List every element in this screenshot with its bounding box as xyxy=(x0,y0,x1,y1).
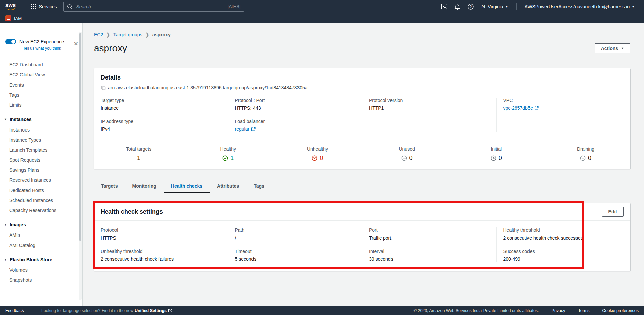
cloudshell-icon[interactable] xyxy=(437,3,451,10)
global-search[interactable]: [Alt+S] xyxy=(63,2,244,12)
sidebar-item-dedicated-hosts[interactable]: Dedicated Hosts xyxy=(0,185,82,195)
top-navigation-bar: aws Services [Alt+S] ? N. Virginia ▼ AWS… xyxy=(0,0,644,13)
notifications-bell-icon[interactable] xyxy=(451,3,464,10)
copy-icon[interactable] xyxy=(101,85,106,90)
health-check-settings-card: Health check settings Edit Protocol HTTP… xyxy=(94,203,630,271)
unhealthy-x-icon xyxy=(312,155,317,161)
target-group-tabs: Targets Monitoring Health checks Attribu… xyxy=(94,180,630,193)
external-link-icon xyxy=(534,106,539,110)
iam-service-icon[interactable] xyxy=(5,15,11,21)
health-check-settings-heading: Health check settings xyxy=(101,208,163,215)
draining-minus-icon xyxy=(580,155,586,161)
summary-unused: Unused 0 xyxy=(362,146,452,162)
sidebar-item-ami-catalog[interactable]: AMI Catalog xyxy=(0,240,82,250)
sidebar-item-instance-types[interactable]: Instance Types xyxy=(0,135,82,145)
external-link-icon xyxy=(251,127,256,132)
actions-button[interactable]: Actions ▼ xyxy=(595,43,630,53)
unified-settings-link[interactable]: Unified Settings xyxy=(135,308,172,313)
divider xyxy=(25,3,25,10)
terms-link[interactable]: Terms xyxy=(578,308,590,313)
chevron-right-icon: ❯ xyxy=(145,32,149,38)
aws-logo[interactable]: aws xyxy=(5,3,16,10)
field-unhealthy-threshold: Unhealthy threshold 2 consecutive health… xyxy=(101,249,221,262)
language-selection-text: Looking for language selection? Find it … xyxy=(41,308,172,313)
field-interval: Interval 30 seconds xyxy=(369,249,490,262)
chevron-down-icon: ▼ xyxy=(4,115,7,124)
tab-targets[interactable]: Targets xyxy=(94,180,125,193)
sidebar-item-snapshots[interactable]: Snapshots xyxy=(0,275,82,285)
initial-clock-icon xyxy=(491,155,496,161)
privacy-link[interactable]: Privacy xyxy=(552,308,565,313)
sidebar-item-launch-templates[interactable]: Launch Templates xyxy=(0,145,82,155)
sidebar-item-scheduled-instances[interactable]: Scheduled Instances xyxy=(0,195,82,205)
sidebar-item-spot-requests[interactable]: Spot Requests xyxy=(0,155,82,165)
sidebar-item-ec2-global-view[interactable]: EC2 Global View xyxy=(0,70,82,80)
ec2-sidebar: New EC2 Experience Tell us what you thin… xyxy=(0,23,83,306)
edit-button[interactable]: Edit xyxy=(602,207,624,217)
field-path: Path / xyxy=(235,227,356,241)
summary-initial: Initial 0 xyxy=(452,146,541,162)
summary-unhealthy: Unhealthy 0 xyxy=(273,146,362,162)
sidebar-item-limits[interactable]: Limits xyxy=(0,100,82,110)
region-selector[interactable]: N. Virginia ▼ xyxy=(477,4,512,9)
sidebar-item-instances[interactable]: Instances xyxy=(0,125,82,135)
breadcrumb-ec2[interactable]: EC2 xyxy=(94,32,103,37)
summary-healthy: Healthy 1 xyxy=(183,146,273,162)
sidebar-item-reserved-instances[interactable]: Reserved Instances xyxy=(0,175,82,185)
field-health-protocol: Protocol HTTPS xyxy=(101,227,221,241)
field-port: Port Traffic port xyxy=(369,227,490,241)
unused-dots-icon xyxy=(401,155,407,161)
field-vpc: VPC vpc-2657db5c xyxy=(503,98,624,111)
favorite-iam-link[interactable]: IAM xyxy=(14,16,22,21)
cookie-preferences-link[interactable]: Cookie preferences xyxy=(602,308,639,313)
svg-text:?: ? xyxy=(470,5,472,8)
close-icon[interactable]: ✕ xyxy=(74,40,78,47)
sidebar-section-elastic-block-store[interactable]: ▼ Elastic Block Store xyxy=(0,255,82,264)
tab-tags[interactable]: Tags xyxy=(246,180,271,193)
field-protocol-version: Protocol version HTTP1 xyxy=(369,98,490,111)
scrollbar-thumb[interactable] xyxy=(79,33,81,241)
breadcrumb-target-groups[interactable]: Target groups xyxy=(113,32,142,37)
breadcrumb-current: asproxy xyxy=(152,32,171,37)
chevron-down-icon: ▼ xyxy=(621,47,624,50)
help-icon[interactable]: ? xyxy=(464,3,477,10)
sidebar-item-events[interactable]: Events xyxy=(0,80,82,90)
feedback-button[interactable]: Feedback xyxy=(5,308,24,313)
vpc-link[interactable]: vpc-2657db5c xyxy=(503,105,539,111)
search-input[interactable] xyxy=(75,4,225,10)
chevron-down-icon: ▼ xyxy=(4,255,7,264)
sidebar-section-instances[interactable]: ▼ Instances xyxy=(0,115,82,124)
chevron-down-icon: ▼ xyxy=(505,5,508,8)
field-timeout: Timeout 5 seconds xyxy=(235,249,356,262)
sidebar-item-ec2-dashboard[interactable]: EC2 Dashboard xyxy=(0,60,82,70)
services-grid-icon xyxy=(31,4,36,9)
copyright-text: © 2023, Amazon Web Services India Privat… xyxy=(414,308,539,313)
services-label: Services xyxy=(39,4,57,9)
summary-draining: Draining 0 xyxy=(541,146,630,162)
chevron-down-icon: ▼ xyxy=(4,220,7,229)
search-icon xyxy=(67,4,73,9)
services-menu-button[interactable]: Services xyxy=(29,4,58,9)
divider xyxy=(0,56,82,56)
sidebar-item-capacity-reservations[interactable]: Capacity Reservations xyxy=(0,205,82,215)
sidebar-item-amis[interactable]: AMIs xyxy=(0,230,82,240)
chevron-down-icon: ▼ xyxy=(632,5,635,8)
footer-bar: Feedback Looking for language selection?… xyxy=(0,306,644,315)
new-experience-toggle[interactable] xyxy=(5,39,16,44)
chevron-right-icon: ❯ xyxy=(106,32,110,38)
field-load-balancer: Load balancer regular xyxy=(235,119,356,132)
account-menu[interactable]: AWSPowerUserAccess/navaneeth.kn@harness.… xyxy=(521,4,639,9)
sidebar-item-tags[interactable]: Tags xyxy=(0,90,82,100)
feedback-link[interactable]: Tell us what you think xyxy=(23,46,78,51)
tab-attributes[interactable]: Attributes xyxy=(210,180,246,193)
sidebar-section-images[interactable]: ▼ Images xyxy=(0,220,82,229)
healthy-check-icon xyxy=(222,155,228,161)
sidebar-item-savings-plans[interactable]: Savings Plans xyxy=(0,165,82,175)
sidebar-item-volumes[interactable]: Volumes xyxy=(0,265,82,275)
field-protocol-port: Protocol : Port HTTPS: 443 xyxy=(235,98,356,111)
tab-monitoring[interactable]: Monitoring xyxy=(125,180,164,193)
summary-total-targets: Total targets 1 xyxy=(94,146,183,162)
load-balancer-link[interactable]: regular xyxy=(235,126,256,132)
tab-health-checks[interactable]: Health checks xyxy=(164,180,210,193)
details-heading: Details xyxy=(101,74,624,81)
